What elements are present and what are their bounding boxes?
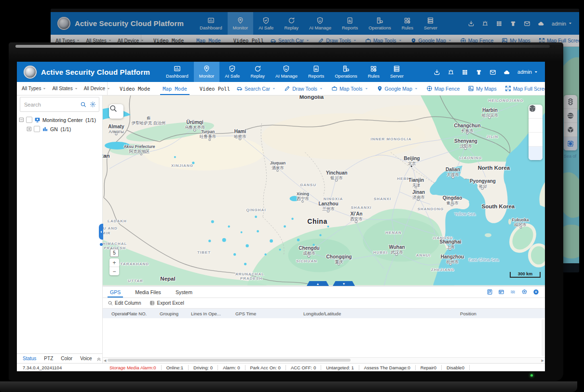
aisafe-icon [229,65,236,72]
filter-all-device[interactable]: All Device [84,86,110,91]
tab-video-mode[interactable]: Video Mode [113,82,156,95]
aimanage-icon [283,65,290,72]
nav-item-rules[interactable]: Rules [363,62,385,82]
panel-tab-media-files[interactable]: Media Files [128,286,168,297]
column-position[interactable]: Position [460,311,476,316]
maptool-my-maps[interactable]: My Maps [468,85,497,92]
chevron-down-icon [107,87,110,91]
maptool-google-map[interactable]: Google Map [377,85,418,92]
app-window: Active Security Cloud Platform Dashboard… [17,62,545,371]
nav-item-dashboard[interactable]: Dashboard [161,62,193,82]
tab-video-poll[interactable]: Video Poll [193,82,236,95]
view-mode-tabs: Video ModeMap ModeVideo Poll [113,82,236,95]
side-tab-status[interactable]: Status [19,356,40,361]
column-operate[interactable]: Operate [111,311,128,316]
nav-item-operations[interactable]: Operations [329,62,362,82]
search-button[interactable] [80,101,86,108]
tree-node-monitoring-center[interactable]: Monitoring Center (1/1) [19,115,100,124]
panel-badge-button[interactable] [521,289,528,295]
panel-wave-button[interactable] [510,289,516,295]
scrollbar-thumb[interactable] [108,359,351,362]
action-edit-column[interactable]: Edit Column [108,300,141,306]
device-tree: Monitoring Center (1/1)GN (1/1) [17,112,102,353]
search-input[interactable] [23,101,77,108]
column-lines-in-ope[interactable]: Lines In Ope... [191,311,221,316]
card-icon [498,289,504,295]
column-grouping[interactable]: Grouping [160,311,178,316]
device-sidebar: Monitoring Center (1/1)GN (1/1) StatusPT… [17,95,103,363]
side-tab-ptz[interactable]: PTZ [40,356,57,361]
nav-item-monitor[interactable]: Monitor [194,62,220,82]
tree-checkbox[interactable] [26,117,32,123]
front-monitor-frame: Active Security Cloud Platform Dashboard… [9,42,563,381]
column-plate-no[interactable]: Plate NO. [127,311,147,316]
panel-card-button[interactable] [498,289,504,295]
fence-icon [426,85,433,92]
panel-flagdoc-button[interactable] [487,289,493,295]
stat-online-1: Online:1 [162,365,189,370]
power-led [530,374,533,377]
horizontal-scrollbar[interactable]: ◀ ▶ [103,357,545,363]
nav-item-reports[interactable]: Reports [303,62,329,82]
maptool-map-tools[interactable]: Map Tools [331,85,368,92]
user-menu[interactable]: admin [517,69,538,75]
car-icon [236,85,243,92]
app-title: Active Security Cloud Platform [41,68,150,76]
panel-expand-handle[interactable]: ▲ [307,281,329,286]
panel-action-icons [487,286,545,297]
tree-expander-icon [19,117,24,122]
maptool-map-fence[interactable]: Map Fence [426,85,460,92]
maptool-globe2-button[interactable] [529,119,543,133]
nav-item-ai-safe[interactable]: AI Safe [219,62,245,82]
siren-button[interactable] [448,68,454,76]
panel-collapse-handle[interactable]: ▼ [333,281,355,286]
nav-item-ai-manage[interactable]: AI Manage [270,62,303,82]
fenceblue-icon [529,105,536,112]
zoom-in-button[interactable]: + [109,258,119,267]
excel-icon [149,300,155,306]
scroll-right-arrow[interactable]: ▶ [542,358,544,363]
stat-park-acc-on-0: Park Acc On: 0 [245,365,286,370]
mail-button[interactable] [489,68,496,76]
sidebar-collapse-handle[interactable] [99,224,103,240]
tree-node-gn[interactable]: GN (1/1) [19,124,100,134]
tree-expander[interactable] [27,126,32,132]
filter-all-states[interactable]: All States [52,86,78,91]
monitor-base [0,381,577,392]
column-longitude-latitude[interactable]: Longitude/Latitude [303,311,341,316]
maptool-map-full-screen[interactable]: Map Full Screen [505,85,545,92]
maptool-fenceblue-button[interactable] [529,147,543,160]
maptool-draw-tools[interactable]: Draw Tools [284,85,323,92]
shirt-button[interactable] [475,68,482,76]
mail-icon [489,69,496,76]
download-button[interactable] [434,68,440,76]
cloud-button[interactable] [503,68,510,76]
action-export-excel[interactable]: Export Excel [149,300,184,306]
nav-item-server[interactable]: Server [385,62,409,82]
tree-checkbox[interactable] [34,126,40,132]
side-tab-voice[interactable]: Voice [76,356,95,361]
panel-tab-system[interactable]: System [168,286,200,297]
column-gps-time[interactable]: GPS Time [235,311,256,316]
panel-tab-gps[interactable]: GPS [103,286,128,297]
search-settings-button[interactable] [90,101,96,108]
panel-tabs: GPSMedia FilesSystem [103,286,545,298]
status-bar: 7.34.0.4_20241104 Storage Media Alarm:0O… [17,363,545,371]
panel-downcircle-button[interactable] [533,289,539,295]
map-magnifier-icon [109,104,117,112]
side-tab-color[interactable]: Color [57,356,76,361]
reports-icon [312,65,320,72]
tab-map-mode[interactable]: Map Mode [156,82,193,95]
vertical-scrollbar[interactable] [542,319,544,356]
filter-all-types[interactable]: All Types [22,86,46,91]
tree-expander[interactable] [19,117,24,122]
maptool-search-car[interactable]: Search Car [236,85,276,92]
map-magnifier-button[interactable] [109,104,123,119]
grid-button[interactable] [462,68,468,76]
maptool-cube-button[interactable] [529,133,543,147]
map-canvas[interactable]: ChinaMongoliaNepalNorth KoreaSouth Korea… [103,95,545,286]
bottom-panel: GPSMedia FilesSystem Edit ColumnExport E… [103,286,545,363]
scroll-left-arrow[interactable]: ◀ [104,358,106,363]
nav-item-replay[interactable]: Replay [245,62,270,82]
zoom-out-button[interactable]: − [109,267,119,275]
